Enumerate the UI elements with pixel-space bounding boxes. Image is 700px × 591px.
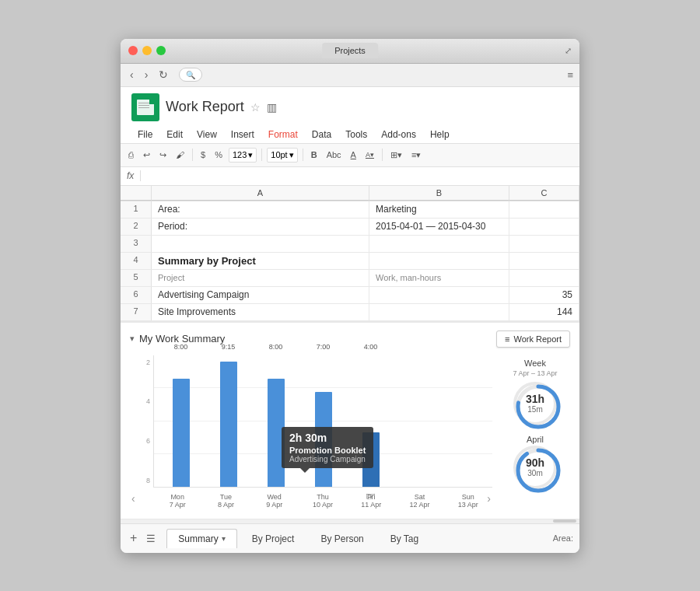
add-sheet-button[interactable]: + — [127, 531, 140, 545]
y-label-8: 8 — [130, 477, 153, 484]
chart-next-button[interactable]: › — [487, 492, 491, 505]
cell-a3[interactable] — [152, 236, 369, 252]
menu-addons[interactable]: Add-ons — [375, 126, 422, 143]
cell-c4[interactable] — [509, 253, 579, 269]
decimal-format-dropdown[interactable]: 123 ▾ — [229, 148, 257, 163]
menu-tools[interactable]: Tools — [339, 126, 373, 143]
april-progress-ring — [513, 446, 563, 495]
col-a-header[interactable]: A — [152, 186, 369, 201]
doc-title[interactable]: Work Report — [166, 99, 244, 115]
cell-b3[interactable] — [369, 236, 509, 252]
maximize-button[interactable] — [156, 46, 166, 55]
align-button[interactable]: ≡▾ — [408, 149, 424, 162]
collapse-arrow[interactable]: ▾ — [130, 334, 135, 344]
cell-a6[interactable]: Advertising Campaign — [152, 287, 369, 303]
menu-file[interactable]: File — [131, 126, 159, 143]
menu-view[interactable]: View — [191, 126, 223, 143]
bar-group-thu: 7:00 — [299, 355, 347, 487]
underline-button[interactable]: A — [348, 149, 359, 161]
cell-b6[interactable] — [369, 287, 509, 303]
cell-b1[interactable]: Marketing — [369, 201, 509, 218]
tab-summary[interactable]: Summary ▾ — [166, 529, 236, 548]
cell-c7[interactable]: 144 — [509, 304, 579, 320]
traffic-lights — [128, 46, 166, 55]
bar-group-tue: 9:15 — [205, 355, 252, 487]
row-number: 6 — [121, 287, 152, 303]
tab-by-project[interactable]: By Project — [240, 529, 306, 548]
bar-wed[interactable] — [268, 379, 285, 487]
cell-a2[interactable]: Period: — [152, 219, 369, 235]
dollar-format-button[interactable]: $ — [198, 149, 208, 161]
tab-by-tag[interactable]: By Tag — [379, 529, 430, 548]
cell-b7[interactable] — [369, 304, 509, 320]
star-icon[interactable]: ☆ — [250, 101, 261, 114]
menu-icon[interactable]: ≡ — [567, 69, 573, 81]
sheet-line — [138, 107, 149, 108]
cell-a7[interactable]: Site Improvements — [152, 304, 369, 320]
tab-label: Projects — [334, 46, 366, 55]
cell-c1[interactable] — [509, 201, 579, 218]
cell-c5[interactable] — [509, 270, 579, 286]
expand-icon[interactable]: ⤢ — [565, 46, 572, 56]
table-row: 5 Project Work, man-hours — [121, 270, 579, 287]
tab-by-person[interactable]: By Person — [309, 529, 375, 548]
toolbar-sep-4 — [382, 149, 383, 161]
col-c-header[interactable]: C — [509, 186, 579, 201]
forward-button[interactable]: › — [142, 67, 152, 82]
formula-bar: fx — [121, 167, 579, 186]
formula-input[interactable] — [147, 170, 573, 181]
sheet-menu-button[interactable]: ☰ — [143, 533, 159, 544]
print-button[interactable]: ⎙ — [125, 149, 137, 161]
menu-insert[interactable]: Insert — [225, 126, 261, 143]
percent-format-button[interactable]: % — [212, 149, 226, 161]
y-label-2: 2 — [130, 358, 153, 366]
cell-c2[interactable] — [509, 219, 579, 235]
week-stat-block: Week 7 Apr – 13 Apr 31h 15m — [500, 358, 570, 425]
work-report-button[interactable]: ≡ Work Report — [496, 330, 570, 348]
menu-edit[interactable]: Edit — [160, 126, 189, 143]
menu-data[interactable]: Data — [306, 126, 338, 143]
bar-tue[interactable] — [220, 362, 237, 487]
cell-b2[interactable]: 2015-04-01 — 2015-04-30 — [369, 219, 509, 235]
paint-format-button[interactable]: 🖌 — [173, 149, 187, 161]
table-row: 6 Advertising Campaign 35 — [121, 287, 579, 304]
title-bar: Projects ⤢ — [121, 39, 579, 64]
row-number: 1 — [121, 201, 152, 218]
close-button[interactable] — [128, 46, 138, 55]
bar-thu[interactable] — [315, 392, 332, 487]
sheet-line — [138, 103, 149, 103]
minimize-button[interactable] — [142, 46, 152, 55]
col-b-header[interactable]: B — [369, 186, 509, 201]
browser-window: Projects ⤢ ‹ › ↻ 🔍 ≡ Work Report — [121, 39, 579, 553]
menu-format[interactable]: Format — [262, 126, 304, 143]
cell-c6[interactable]: 35 — [509, 287, 579, 303]
bar-fri[interactable]: ☞ — [362, 432, 380, 486]
chart-prev-button[interactable]: ‹ — [131, 492, 135, 505]
cell-c3[interactable] — [509, 236, 579, 252]
italic-button[interactable]: Abc — [324, 149, 345, 161]
bar-mon[interactable] — [173, 379, 190, 487]
font-size-dropdown[interactable]: 10pt ▾ — [267, 148, 297, 163]
table-row: 1 Area: Marketing — [121, 201, 579, 219]
cell-a1[interactable]: Area: — [152, 201, 369, 218]
folder-icon[interactable]: ▥ — [267, 101, 277, 114]
borders-button[interactable]: ⊞▾ — [387, 149, 405, 162]
back-button[interactable]: ‹ — [127, 67, 137, 82]
cell-b4[interactable] — [369, 253, 509, 269]
tab-by-person-label: By Person — [320, 533, 363, 544]
undo-button[interactable]: ↩ — [140, 149, 153, 162]
text-color-button[interactable]: A▾ — [362, 149, 377, 160]
x-label-wed: Wed9 Apr — [250, 488, 299, 511]
bold-button[interactable]: B — [308, 149, 320, 161]
cell-a5[interactable]: Project — [152, 270, 369, 286]
chart-content: 8 6 4 2 8:00 — [130, 355, 570, 511]
redo-button[interactable]: ↪ — [156, 149, 170, 162]
cell-a4[interactable]: Summary by Project — [152, 253, 369, 269]
cell-b5[interactable]: Work, man-hours — [369, 270, 509, 286]
menu-help[interactable]: Help — [424, 126, 456, 143]
scroll-thumb[interactable] — [553, 519, 576, 523]
refresh-button[interactable]: ↻ — [156, 67, 171, 82]
tab-summary-dropdown[interactable]: ▾ — [222, 534, 226, 543]
address-bar[interactable]: 🔍 — [179, 68, 202, 82]
browser-tab[interactable]: Projects — [322, 43, 378, 58]
